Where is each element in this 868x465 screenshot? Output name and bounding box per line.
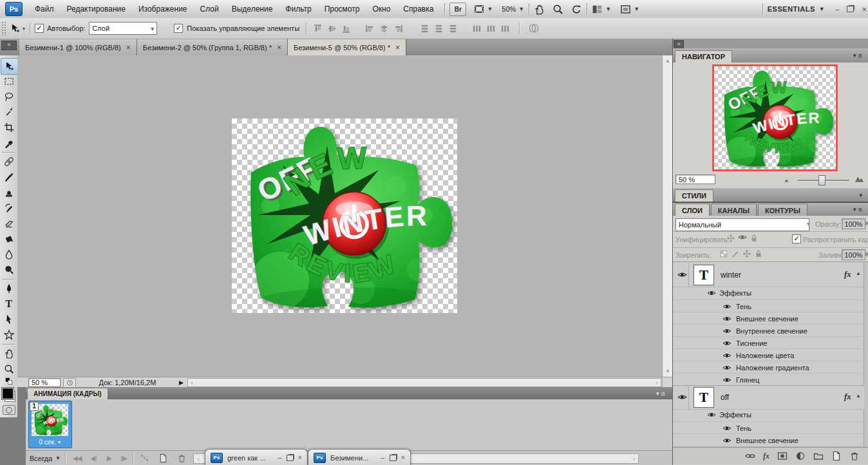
menu-help[interactable]: Справка (397, 0, 440, 18)
status-options-arrow[interactable]: ▶ (179, 379, 184, 386)
effect-row[interactable]: Внешнее свечение (673, 433, 864, 447)
effect-visibility-toggle[interactable] (722, 315, 732, 323)
navigator-panel-menu-button[interactable]: ▾ ≡ (853, 52, 863, 59)
effect-row[interactable]: Наложение цвета (673, 348, 864, 361)
effect-row[interactable]: Тиснение (673, 336, 864, 349)
select-first-frame-button[interactable]: ◀◀ (73, 455, 81, 462)
align-vertical-centers-button[interactable] (327, 24, 337, 33)
menu-select[interactable]: Выделение (225, 0, 279, 18)
tool-preset-picker[interactable]: ▾ (10, 23, 25, 33)
restore-button[interactable] (847, 6, 854, 12)
collapse-panels-chevrons[interactable]: » (674, 40, 684, 49)
propagate-frame-checkbox[interactable]: ✓ (792, 234, 801, 243)
vertical-scrollbar[interactable]: ▲ ▼ (662, 55, 673, 377)
layers-panel-menu-button[interactable]: ▾ ≡ (853, 205, 863, 213)
channels-tab[interactable]: КАНАЛЫ (711, 204, 757, 216)
menu-edit[interactable]: Редактирование (61, 0, 132, 18)
unify-style-button[interactable] (750, 234, 759, 243)
align-top-edges-button[interactable] (313, 24, 323, 33)
menu-image[interactable]: Изображение (132, 0, 194, 18)
minimize-button[interactable]: – (381, 454, 384, 461)
layer-name[interactable]: winter (721, 270, 741, 280)
minimized-window-bezimeni[interactable]: Ps Безимени... – × (308, 449, 411, 465)
add-layer-style-button[interactable]: fx (763, 451, 769, 461)
tool-zoom[interactable] (1, 361, 17, 377)
layer-visibility-toggle[interactable] (677, 393, 687, 401)
document-tab-3-active[interactable]: Безимени-5 @ 50% (RGB/8) * × (288, 39, 406, 55)
paths-tab[interactable]: КОНТУРЫ (758, 204, 807, 216)
status-clock-button[interactable] (63, 378, 76, 388)
text-layer-thumbnail[interactable]: T (693, 265, 714, 285)
tool-lasso[interactable] (1, 89, 17, 104)
effect-visibility-toggle[interactable] (722, 339, 732, 347)
lock-pixels-button[interactable] (731, 249, 740, 258)
lock-all-button[interactable] (754, 249, 763, 258)
scroll-left-icon[interactable]: ‹ (191, 379, 193, 386)
collapse-effects-icon[interactable]: ▲ (856, 393, 861, 399)
close-tab-icon[interactable]: × (277, 43, 281, 52)
foreground-color-swatch[interactable] (2, 388, 14, 399)
layer-style-fx-badge[interactable]: fx (844, 392, 851, 402)
play-animation-button[interactable]: ▶ (107, 454, 111, 462)
layer-name[interactable]: off (721, 393, 729, 402)
tool-pen[interactable] (1, 281, 17, 296)
tab-overflow-chevrons[interactable]: » (1, 41, 17, 50)
previous-frame-button[interactable]: ◀| (90, 455, 96, 462)
menu-filter[interactable]: Фильтр (279, 0, 317, 18)
align-left-edges-button[interactable] (365, 24, 375, 33)
effect-row[interactable]: Внутреннее свечение (673, 324, 864, 337)
zoom-tool-button[interactable] (552, 4, 563, 15)
scroll-right-icon[interactable]: › (656, 379, 658, 386)
minimize-button[interactable]: – (835, 6, 839, 13)
tool-hand[interactable] (1, 346, 17, 361)
tool-history-brush[interactable] (1, 200, 17, 216)
animation-panel-tab[interactable]: АНИМАЦИЯ (КАДРЫ) (28, 388, 108, 399)
menu-layer[interactable]: Слой (194, 0, 225, 18)
auto-select-checkbox[interactable]: ✓ (35, 24, 44, 33)
next-frame-button[interactable]: |▶ (120, 455, 126, 462)
tool-quick-selection[interactable] (1, 104, 17, 120)
navigator-panel-tab[interactable]: НАВИГАТОР (675, 50, 732, 63)
fill-slider-arrow[interactable]: ▶ (865, 251, 868, 257)
close-tab-icon[interactable]: × (126, 43, 131, 52)
menu-view[interactable]: Просмотр (318, 0, 366, 18)
layers-tab[interactable]: СЛОИ (675, 204, 710, 216)
frame-delay-dropdown[interactable]: 0 сек. ▼ (29, 437, 71, 447)
unify-position-button[interactable] (726, 234, 735, 243)
distribute-vertical-centers-button[interactable] (434, 24, 444, 33)
tool-path-selection[interactable] (1, 312, 17, 327)
tool-custom-shape[interactable] (1, 327, 17, 343)
document-canvas[interactable] (232, 119, 457, 313)
align-horizontal-centers-button[interactable] (379, 24, 389, 33)
tool-rectangular-marquee[interactable] (1, 73, 17, 89)
loop-mode-dropdown[interactable]: Всегда ▼ (30, 455, 61, 462)
new-group-button[interactable] (813, 451, 824, 461)
navigator-zoom-slider-thumb[interactable] (818, 175, 826, 185)
scroll-up-icon[interactable]: ▲ (663, 58, 673, 64)
text-layer-thumbnail[interactable]: T (693, 387, 714, 408)
tween-frames-button[interactable] (140, 453, 149, 463)
distribute-bottom-edges-button[interactable] (448, 24, 458, 33)
delete-layer-button[interactable] (849, 451, 860, 461)
restore-button[interactable] (287, 455, 294, 461)
layer-row-winter[interactable]: T winter fx ▲ (673, 263, 864, 287)
layer-style-fx-badge[interactable]: fx (844, 269, 851, 280)
distribute-horizontal-centers-button[interactable] (486, 24, 496, 33)
animation-frame-1[interactable]: 1 0 сек. ▼ (28, 401, 72, 448)
status-zoom-field[interactable]: 50 % (28, 378, 61, 387)
document-tab-2[interactable]: Безимени-2 @ 50% (Группа 1, RGB/8) * × (137, 39, 288, 55)
effect-row[interactable]: Тень (673, 299, 864, 312)
auto-select-target-dropdown[interactable]: Слой ▾ (89, 22, 157, 35)
styles-panel-menu-button[interactable]: ▾ (859, 192, 863, 198)
tool-clone-stamp[interactable] (1, 185, 17, 200)
hand-tool-button[interactable] (534, 4, 545, 15)
align-bottom-edges-button[interactable] (341, 24, 351, 33)
tool-eraser[interactable] (1, 216, 17, 231)
opacity-value[interactable]: 100% (842, 218, 865, 229)
show-transform-controls-checkbox[interactable]: ✓ (174, 24, 183, 33)
effects-visibility-toggle[interactable] (706, 411, 717, 419)
horizontal-scrollbar[interactable]: ‹ › (187, 378, 661, 387)
zoom-out-mountain-icon[interactable] (784, 176, 791, 184)
default-swap-colors[interactable] (1, 376, 17, 386)
canvas-area[interactable] (17, 55, 662, 377)
